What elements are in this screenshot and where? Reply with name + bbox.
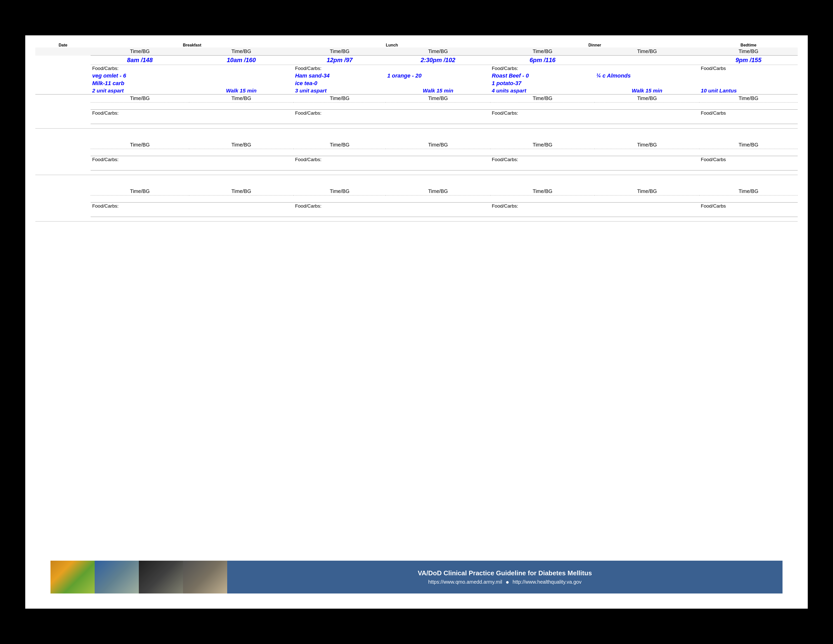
row3-extra-line bbox=[35, 217, 798, 221]
row2-di2-time bbox=[595, 149, 699, 156]
di1-timebg-label: Time/BG bbox=[490, 47, 595, 56]
bf1-food-label: Food/Carbs: bbox=[91, 65, 189, 72]
row1-date-9 bbox=[35, 117, 91, 124]
bedtime-header: Bedtime bbox=[699, 43, 798, 47]
dinner-header: Dinner bbox=[490, 43, 699, 47]
row1-extra-line bbox=[35, 124, 798, 128]
bed-food-val2 bbox=[699, 80, 798, 87]
bf1-time2-val bbox=[91, 103, 189, 109]
row2-bed-timebg: Time/BG bbox=[699, 141, 798, 149]
row1-timebg2-labels: Time/BG Time/BG Time/BG Time/BG Time/BG … bbox=[35, 95, 798, 103]
lu2-timebg2-label: Time/BG bbox=[386, 95, 490, 103]
footer-img-seg2 bbox=[95, 561, 139, 594]
spacer1 bbox=[35, 128, 798, 141]
subheader-timebg-row: Time/BG Time/BG Time/BG Time/BG Time/BG … bbox=[35, 47, 798, 56]
row1-bed-time: 9pm /155 bbox=[699, 56, 798, 65]
row1-food2-empty bbox=[35, 117, 798, 124]
bed-insulin: 10 unit Lantus bbox=[699, 87, 798, 95]
page-container: Date Breakfast Lunch Dinner Bedtime Time… bbox=[25, 35, 808, 609]
row1-date-3 bbox=[35, 72, 91, 80]
row1-di1-time: 6pm /116 bbox=[490, 56, 595, 65]
row3-di2-time bbox=[595, 195, 699, 203]
di2-food-label bbox=[595, 65, 699, 72]
row3-di1-food-label: Food/Carbs: bbox=[490, 203, 595, 210]
row2-date-2 bbox=[35, 149, 91, 156]
lu1-food-val2: ice tea-0 bbox=[294, 80, 386, 87]
row3-date bbox=[35, 187, 91, 195]
di1-food-label: Food/Carbs: bbox=[490, 65, 595, 72]
row3-lu1-time bbox=[294, 195, 386, 203]
bf2-food2-label bbox=[189, 109, 294, 117]
row3-bf2-time bbox=[189, 195, 294, 203]
lu2-food-val1: 1 orange - 20 bbox=[386, 72, 490, 80]
row2-food-empty bbox=[35, 163, 798, 170]
bf2-food-val2 bbox=[189, 80, 294, 87]
bf2-timebg-label: Time/BG bbox=[189, 47, 294, 56]
row3-bed-food-label: Food/Carbs bbox=[699, 203, 798, 210]
row1-lu1-time: 12pm /97 bbox=[294, 56, 386, 65]
footer-separator bbox=[506, 581, 509, 584]
lu1-time2-val bbox=[294, 103, 386, 109]
footer-img-seg1 bbox=[50, 561, 95, 594]
bed-food-label: Food/Carbs bbox=[699, 65, 798, 72]
row2-lu2-time bbox=[386, 149, 490, 156]
lu1-food2-label: Food/Carbs: bbox=[294, 109, 386, 117]
row2-bf1-time bbox=[91, 149, 189, 156]
row2-lu1-food-label: Food/Carbs: bbox=[294, 156, 386, 163]
row2-extra-line bbox=[35, 170, 798, 175]
row3-di1-time bbox=[490, 195, 595, 203]
lu1-food2-val bbox=[294, 117, 386, 124]
row1-time-values: 8am /148 10am /160 12pm /97 2:30pm /102 … bbox=[35, 56, 798, 65]
row2-di1-food bbox=[490, 163, 595, 170]
row3-timebg-labels: Time/BG Time/BG Time/BG Time/BG Time/BG … bbox=[35, 187, 798, 195]
row2-di1-timebg: Time/BG bbox=[490, 141, 595, 149]
row1-insulin-walk: 2 unit aspart Walk 15 min 3 unit aspart … bbox=[35, 87, 798, 95]
row3-bf2-food bbox=[189, 209, 294, 217]
row1-extra-empty bbox=[35, 124, 798, 128]
footer-text-area: VA/DoD Clinical Practice Guideline for D… bbox=[227, 561, 783, 594]
row2-bf2-food bbox=[189, 163, 294, 170]
di2-food2-label bbox=[595, 109, 699, 117]
row3-di2-timebg: Time/BG bbox=[595, 187, 699, 195]
di2-food-val2 bbox=[595, 80, 699, 87]
row3-lu2-timebg: Time/BG bbox=[386, 187, 490, 195]
footer-url2: http://www.healthquality.va.gov bbox=[513, 579, 582, 584]
di2-timebg2-label: Time/BG bbox=[595, 95, 699, 103]
row2-bed-food-label: Food/Carbs bbox=[699, 156, 798, 163]
bf2-walk: Walk 15 min bbox=[189, 87, 294, 95]
di2-food2-val bbox=[595, 117, 699, 124]
bf1-food-val1: veg omlet - 6 bbox=[91, 72, 189, 80]
row3-lu1-food-label: Food/Carbs: bbox=[294, 203, 386, 210]
row3-bed-timebg: Time/BG bbox=[699, 187, 798, 195]
bf1-timebg2-label: Time/BG bbox=[91, 95, 189, 103]
di2-time2-val bbox=[595, 103, 699, 109]
row2-di2-food bbox=[595, 163, 699, 170]
row2-bf1-timebg: Time/BG bbox=[91, 141, 189, 149]
row2-bed-food bbox=[699, 163, 798, 170]
row3-bf1-food bbox=[91, 209, 189, 217]
row2-extra-empty bbox=[35, 170, 798, 175]
row1-date bbox=[35, 56, 91, 65]
footer-title: VA/DoD Clinical Practice Guideline for D… bbox=[418, 569, 592, 577]
row1-time2-empty bbox=[35, 103, 798, 109]
bf2-food2-val bbox=[189, 117, 294, 124]
row3-di2-food-label bbox=[595, 203, 699, 210]
row2-bf2-timebg: Time/BG bbox=[189, 141, 294, 149]
bf2-food-label bbox=[189, 65, 294, 72]
row2-lu1-food bbox=[294, 163, 386, 170]
row1-food-values-2: Milk-11 carb ice tea-0 1 potato-37 bbox=[35, 80, 798, 87]
bf2-time2-val bbox=[189, 103, 294, 109]
row1-date-6 bbox=[35, 95, 91, 103]
row3-bf2-food-label bbox=[189, 203, 294, 210]
row2-bf2-food-label bbox=[189, 156, 294, 163]
row2-lu2-food bbox=[386, 163, 490, 170]
row3-bed-food bbox=[699, 209, 798, 217]
row2-di2-timebg: Time/BG bbox=[595, 141, 699, 149]
row3-date-4 bbox=[35, 209, 91, 217]
di2-walk: Walk 15 min bbox=[595, 87, 699, 95]
lu2-time2-val bbox=[386, 103, 490, 109]
row1-di2-time bbox=[595, 56, 699, 65]
row2-bf1-food bbox=[91, 163, 189, 170]
row2-lu1-timebg: Time/BG bbox=[294, 141, 386, 149]
row1-food-values-1: veg omlet - 6 Ham sand-34 1 orange - 20 … bbox=[35, 72, 798, 80]
